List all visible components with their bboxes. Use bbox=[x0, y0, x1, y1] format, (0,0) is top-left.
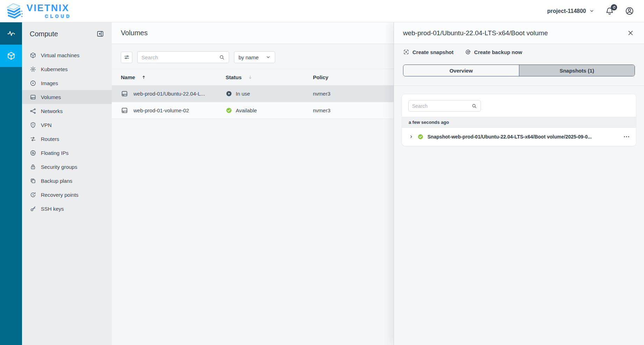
snapshot-success-icon bbox=[417, 134, 424, 140]
volumes-search-box bbox=[137, 51, 229, 63]
sidebar-item-floating-ips[interactable]: Floating IPs bbox=[22, 146, 112, 160]
snapshots-card: a few seconds ago Snapshot-web-prod-01/U… bbox=[402, 94, 636, 146]
sidebar-item-label: Networks bbox=[41, 108, 63, 114]
sidebar-item-label: Images bbox=[41, 80, 58, 86]
sidebar: Compute Virtual machines Kubernetes Imag… bbox=[22, 22, 112, 345]
brand-logo[interactable]: VIETNIX CLOUD bbox=[5, 2, 69, 20]
account-button[interactable] bbox=[625, 6, 634, 16]
ip-circle-icon bbox=[30, 150, 36, 156]
sidebar-item-label: VPN bbox=[41, 122, 52, 128]
page-title: Volumes bbox=[121, 29, 148, 37]
panel-title: web-prod-01/Ubuntu-22.04-LTS-x64/Boot vo… bbox=[403, 29, 548, 37]
close-icon bbox=[627, 29, 634, 37]
search-icon bbox=[471, 103, 477, 109]
filter-button[interactable] bbox=[121, 52, 132, 63]
create-snapshot-button[interactable]: Create snapshot bbox=[403, 49, 454, 55]
refresh-icon bbox=[612, 6, 616, 9]
sidebar-menu: Virtual machines Kubernetes Images Volum… bbox=[22, 45, 112, 216]
pulse-activity-icon bbox=[7, 29, 16, 38]
snapshot-name: Snapshot-web-prod-01/Ubuntu-22.04-LTS-x6… bbox=[427, 134, 619, 140]
sidebar-item-label: Recovery points bbox=[41, 192, 79, 198]
panel-actions: Create snapshot Create backup now bbox=[394, 44, 644, 55]
in-use-status-icon bbox=[226, 90, 232, 97]
chevron-right-icon bbox=[409, 135, 414, 139]
panel-divider bbox=[394, 85, 644, 86]
sidebar-item-label: Routers bbox=[41, 136, 59, 142]
volume-status-cell: Available bbox=[226, 107, 313, 114]
sidebar-item-images[interactable]: Images bbox=[22, 76, 112, 90]
rail-item-compute[interactable] bbox=[0, 45, 22, 67]
notifications-button[interactable] bbox=[605, 6, 614, 16]
chevron-down-icon bbox=[266, 55, 271, 60]
snapshot-row[interactable]: Snapshot-web-prod-01/Ubuntu-22.04-LTS-x6… bbox=[402, 128, 636, 146]
sidebar-item-label: Virtual machines bbox=[41, 52, 80, 58]
volume-status-cell: In use bbox=[226, 90, 313, 97]
sidebar-item-label: Kubernetes bbox=[41, 66, 68, 72]
shield-icon bbox=[30, 122, 36, 128]
collapse-panel-icon bbox=[96, 30, 104, 38]
sidebar-item-networks[interactable]: Networks bbox=[22, 104, 112, 118]
sidebar-item-backup-plans[interactable]: Backup plans bbox=[22, 174, 112, 188]
topbar-actions: project-114800 bbox=[547, 6, 634, 16]
brand-stack-icon bbox=[5, 2, 23, 20]
snapshot-group-header: a few seconds ago bbox=[402, 117, 636, 128]
sidebar-item-vpn[interactable]: VPN bbox=[22, 118, 112, 132]
icon-rail bbox=[0, 22, 22, 345]
snapshot-expand-button[interactable] bbox=[409, 135, 414, 139]
sidebar-item-virtual-machines[interactable]: Virtual machines bbox=[22, 48, 112, 62]
drive-icon bbox=[121, 90, 128, 97]
ellipsis-icon bbox=[623, 133, 630, 141]
status-label: Available bbox=[236, 107, 257, 113]
sort-asc-icon bbox=[141, 75, 146, 80]
volume-name-cell: web-prod-01-volume-02 bbox=[121, 107, 226, 114]
notification-badge bbox=[611, 4, 617, 10]
disc-icon bbox=[30, 80, 36, 87]
sliders-filter-icon bbox=[124, 54, 130, 60]
column-header-status[interactable]: Status bbox=[226, 74, 313, 80]
router-arrows-icon bbox=[30, 136, 36, 142]
panel-close-button[interactable] bbox=[626, 29, 635, 37]
volumes-search-input[interactable] bbox=[141, 54, 219, 60]
project-switcher[interactable]: project-114800 bbox=[547, 8, 594, 14]
snapshots-search-input[interactable] bbox=[412, 103, 471, 109]
volume-name-cell: web-prod-01/Ubuntu-22.04-L... bbox=[121, 90, 226, 97]
brand-subtitle: CLOUD bbox=[27, 14, 72, 18]
search-icon bbox=[219, 54, 225, 60]
lock-icon bbox=[30, 164, 36, 170]
helm-wheel-icon bbox=[30, 66, 36, 73]
sidebar-title: Compute bbox=[30, 30, 58, 38]
sidebar-item-routers[interactable]: Routers bbox=[22, 132, 112, 146]
available-status-icon bbox=[226, 107, 232, 114]
app-root: VIETNIX CLOUD project-114800 bbox=[0, 0, 644, 345]
sidebar-item-label: SSH keys bbox=[41, 206, 64, 212]
sidebar-header: Compute bbox=[22, 22, 112, 45]
sort-by-select[interactable]: by name bbox=[234, 51, 275, 63]
rail-item-dashboard[interactable] bbox=[0, 22, 22, 45]
sidebar-item-label: Volumes bbox=[41, 94, 61, 100]
chevron-down-icon bbox=[589, 8, 594, 14]
compute-cube-icon bbox=[7, 51, 16, 60]
column-header-name[interactable]: Name bbox=[121, 74, 226, 80]
backup-plus-icon bbox=[465, 49, 471, 55]
panel-tabs: Overview Snapshots (1) bbox=[403, 65, 635, 76]
snapshots-search-box bbox=[408, 100, 481, 112]
sort-by-value: by name bbox=[239, 54, 259, 60]
sidebar-collapse-button[interactable] bbox=[96, 30, 104, 38]
copy-squares-icon bbox=[30, 178, 36, 184]
snapshot-menu-button[interactable] bbox=[623, 133, 630, 141]
sidebar-item-kubernetes[interactable]: Kubernetes bbox=[22, 62, 112, 76]
sidebar-item-volumes[interactable]: Volumes bbox=[22, 90, 112, 104]
network-nodes-icon bbox=[30, 108, 36, 114]
sidebar-item-security-groups[interactable]: Security groups bbox=[22, 160, 112, 174]
top-bar: VIETNIX CLOUD project-114800 bbox=[0, 0, 644, 22]
snapshot-frame-icon bbox=[403, 49, 409, 55]
volume-name: web-prod-01-volume-02 bbox=[133, 107, 189, 113]
tab-snapshots[interactable]: Snapshots (1) bbox=[519, 65, 635, 76]
create-backup-button[interactable]: Create backup now bbox=[465, 49, 522, 55]
sidebar-item-ssh-keys[interactable]: SSH keys bbox=[22, 202, 112, 216]
sidebar-item-recovery-points[interactable]: Recovery points bbox=[22, 188, 112, 202]
tab-overview[interactable]: Overview bbox=[403, 65, 519, 76]
brand-title: VIETNIX bbox=[27, 3, 69, 13]
recovery-clock-icon bbox=[30, 192, 36, 198]
status-label: In use bbox=[236, 91, 250, 97]
